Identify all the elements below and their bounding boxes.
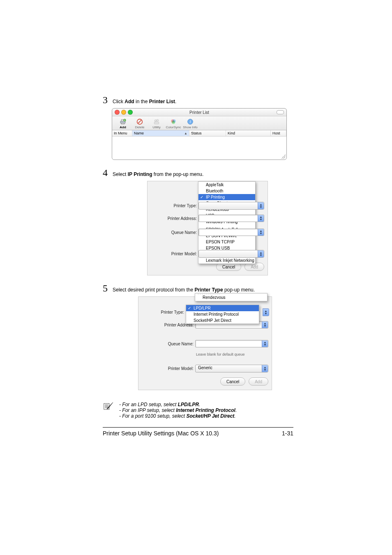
label-printer-address: Printer Address: bbox=[149, 216, 198, 221]
label-queue-name: Queue Name: bbox=[149, 230, 198, 235]
printer-type-sheet: Rendezvous Printer Type: LPD/LPR Interne… bbox=[138, 296, 272, 390]
colorsync-button[interactable]: ColorSync bbox=[165, 118, 182, 129]
no-entry-icon bbox=[131, 118, 148, 125]
utility-icon bbox=[148, 118, 165, 125]
combo-arrows-icon: ▲▼ bbox=[258, 229, 264, 236]
popup-item-lexmark[interactable]: Lexmark Inkjet Networking bbox=[198, 257, 255, 264]
svg-rect-0 bbox=[120, 121, 125, 123]
printer-model-select[interactable]: ▲▼ bbox=[198, 250, 264, 258]
page-number: 1-31 bbox=[282, 430, 293, 437]
step5-number: 5 bbox=[103, 283, 108, 294]
combo-arrows-icon: ▲▼ bbox=[262, 340, 268, 347]
info-icon: i bbox=[182, 118, 198, 125]
utility-button[interactable]: Utility bbox=[148, 118, 165, 129]
note-text: - For an LPD setup, select LPD/LPR. - Fo… bbox=[119, 402, 237, 419]
label-printer-model: Printer Model: bbox=[149, 252, 198, 256]
colorsync-icon bbox=[165, 118, 182, 125]
label-printer-type: Printer Type: bbox=[149, 204, 198, 208]
step4-number: 4 bbox=[103, 167, 108, 178]
col-inmenu[interactable]: In Menu bbox=[112, 130, 132, 136]
printer-address-input[interactable]: ▲▼ bbox=[198, 215, 264, 222]
queue-name-input[interactable]: ▲▼ bbox=[198, 229, 264, 236]
col-name[interactable]: Name▲ bbox=[132, 130, 189, 136]
table-header: In Menu Name▲ Status Kind Host bbox=[112, 130, 286, 136]
step4-text: Select IP Printing from the pop-up menu. bbox=[113, 170, 203, 177]
note-icon bbox=[104, 402, 114, 419]
select-arrows-icon: ▲▼ bbox=[258, 202, 264, 209]
popup-item-rendezvous[interactable]: Rendezvous bbox=[195, 294, 267, 301]
add-button[interactable]: Add bbox=[115, 118, 131, 129]
svg-rect-6 bbox=[154, 122, 159, 124]
popup-item-ipp[interactable]: Internet Printing Protocol bbox=[186, 311, 259, 317]
svg-rect-14 bbox=[104, 403, 109, 409]
printer-list-window: Printer List Add Delete bbox=[112, 108, 287, 160]
delete-button[interactable]: Delete bbox=[131, 118, 148, 129]
add-button[interactable]: Add bbox=[249, 377, 268, 386]
printer-list-body bbox=[112, 136, 286, 160]
printer-model-select[interactable]: Generic ▲▼ bbox=[195, 365, 268, 372]
svg-point-7 bbox=[154, 120, 157, 122]
ip-printing-sheet: AppleTalk Bluetooth IP Printing Open Dir… bbox=[147, 181, 268, 275]
svg-rect-2 bbox=[121, 123, 125, 124]
window-title: Printer List bbox=[112, 110, 286, 115]
col-status[interactable]: Status bbox=[189, 130, 226, 136]
popup-item-ipprinting[interactable]: IP Printing bbox=[198, 194, 255, 200]
col-kind[interactable]: Kind bbox=[226, 130, 271, 136]
label-printer-model: Printer Model: bbox=[140, 366, 195, 371]
label-printer-type: Printer Type: bbox=[140, 310, 186, 314]
footer-title: Printer Setup Utility Settings (Mac OS X… bbox=[103, 430, 219, 437]
printer-type-select[interactable]: ▲▼ bbox=[198, 202, 264, 210]
combo-arrows-icon: ▲▼ bbox=[262, 321, 268, 328]
cancel-button[interactable]: Cancel bbox=[216, 263, 241, 271]
popup-item-epson-tcpip[interactable]: EPSON TCP/IP bbox=[198, 239, 255, 245]
popup-item-socket[interactable]: Socket/HP Jet Direct bbox=[186, 317, 259, 324]
step5-text: Select desired print protocol from the P… bbox=[113, 285, 255, 293]
popup-item-bluetooth[interactable]: Bluetooth bbox=[198, 188, 255, 194]
showinfo-button[interactable]: i Show Info bbox=[182, 118, 198, 129]
col-host[interactable]: Host bbox=[271, 130, 286, 136]
queue-name-input[interactable]: ▲▼ bbox=[195, 340, 268, 347]
printer-type-popup[interactable]: Rendezvous bbox=[195, 293, 267, 301]
select-arrows-icon: ▲▼ bbox=[262, 365, 268, 372]
popup-item-appletalk[interactable]: AppleTalk bbox=[198, 182, 255, 188]
svg-line-5 bbox=[138, 120, 142, 124]
cancel-button[interactable]: Cancel bbox=[220, 377, 245, 386]
queue-help-text: Leave blank for default queue bbox=[196, 352, 268, 356]
step3-number: 3 bbox=[103, 95, 108, 106]
svg-point-8 bbox=[157, 119, 159, 121]
combo-arrows-icon: ▲▼ bbox=[258, 215, 264, 222]
add-button[interactable]: Add bbox=[244, 263, 264, 271]
svg-point-11 bbox=[172, 121, 175, 124]
select-arrows-icon: ▲▼ bbox=[258, 250, 264, 257]
sort-asc-icon: ▲ bbox=[184, 132, 187, 135]
label-queue-name: Queue Name: bbox=[140, 342, 195, 346]
printer-add-icon bbox=[115, 118, 131, 125]
step3-text: Click Add in the Printer List. bbox=[113, 97, 176, 104]
popup-item-lpd[interactable]: LPD/LPR bbox=[186, 305, 259, 311]
footer-rule bbox=[103, 427, 293, 428]
svg-text:i: i bbox=[190, 119, 191, 124]
